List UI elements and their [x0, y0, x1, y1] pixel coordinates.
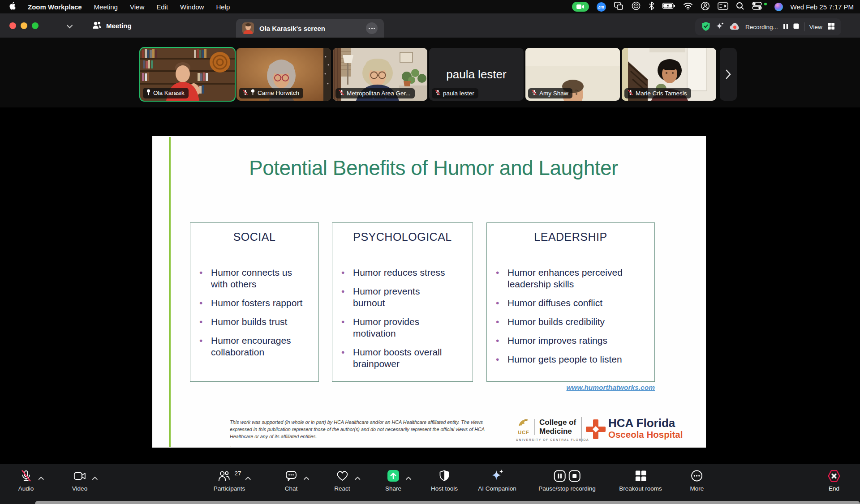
end-label: End — [829, 485, 839, 492]
input-source-icon[interactable] — [718, 2, 728, 12]
column-social: SOCIAL Humor connects us with others Hum… — [190, 222, 319, 382]
window-minimize-button[interactable] — [21, 22, 27, 29]
recording-status-label: Recording... — [745, 24, 778, 30]
more-ellipsis-icon — [690, 469, 704, 483]
tab-more-options-icon[interactable] — [366, 22, 378, 34]
video-tile-carrie-horwitch[interactable]: Carrie Horwitch — [236, 48, 331, 101]
video-tile-paula-lester[interactable]: paula lester paula lester — [429, 48, 524, 101]
title-bar-right-cluster: Recording... View — [695, 18, 841, 35]
sparkle-icon[interactable] — [715, 22, 724, 32]
audio-options-chevron[interactable] — [38, 474, 44, 482]
video-tile-metropolitan[interactable]: Metropolitan Area Ger... — [333, 48, 427, 101]
status-dot — [764, 3, 767, 5]
share-button[interactable]: Share — [385, 468, 401, 492]
video-options-chevron[interactable] — [92, 474, 98, 482]
participants-options-chevron[interactable] — [245, 474, 251, 482]
ucf-university-label: UNIVERSITY OF CENTRAL FLORIDA — [516, 438, 583, 441]
muted-mic-icon — [435, 90, 441, 97]
divider — [581, 417, 582, 442]
pause-stop-recording-button[interactable]: Pause/stop recording — [538, 468, 596, 492]
bullet-item: Humor builds trust — [211, 316, 303, 328]
window-zoom-button[interactable] — [32, 22, 39, 29]
participants-button[interactable]: 27 Participants — [214, 468, 245, 492]
security-shield-icon[interactable] — [701, 21, 710, 33]
menu-help[interactable]: Help — [216, 3, 230, 11]
ai-sparkle-icon — [490, 469, 504, 483]
chat-label: Chat — [285, 485, 298, 492]
nameplate: Ola Karasik — [143, 88, 189, 98]
disclaimer-dot: . — [230, 443, 231, 448]
chat-options-chevron[interactable] — [303, 474, 310, 482]
macos-menu-bar: Zoom Workplace Meeting View Edit Window … — [0, 0, 860, 13]
stop-recording-icon[interactable] — [568, 470, 580, 482]
control-center-icon[interactable] — [752, 1, 762, 12]
participants-strip: Ola Karasik — [0, 38, 860, 107]
zoom-app-icon[interactable]: zm — [597, 2, 606, 12]
column-leadership: LEADERSHIP Humor enhances perceived lead… — [486, 222, 655, 382]
bullet-item: Humor reduces stress — [353, 267, 453, 278]
muted-mic-icon — [531, 90, 537, 97]
react-options-chevron[interactable] — [354, 474, 361, 482]
collapse-chevron-icon[interactable] — [66, 22, 73, 30]
breakout-rooms-button[interactable]: Breakout rooms — [619, 468, 662, 492]
bullet-item: Humor encourages collaboration — [211, 335, 303, 358]
screen-mirroring-icon[interactable] — [614, 1, 624, 12]
column-heading: SOCIAL — [190, 231, 318, 243]
more-button[interactable]: More — [690, 468, 704, 492]
wifi-icon[interactable] — [683, 2, 693, 12]
heart-icon — [335, 469, 349, 483]
avatar — [242, 22, 254, 34]
ai-companion-label: AI Companion — [478, 485, 516, 492]
menu-view[interactable]: View — [130, 3, 144, 11]
cloud-recording-icon — [729, 22, 740, 32]
view-grid-icon[interactable] — [827, 22, 835, 31]
stop-recording-button[interactable] — [793, 23, 799, 30]
share-options-chevron[interactable] — [405, 474, 412, 482]
react-button[interactable]: React — [334, 468, 350, 492]
apple-menu-icon[interactable] — [9, 2, 16, 12]
pause-recording-icon[interactable] — [554, 470, 566, 482]
menu-window[interactable]: Window — [180, 3, 204, 11]
window-close-button[interactable] — [9, 22, 16, 29]
menu-meeting[interactable]: Meeting — [94, 3, 118, 11]
bullet-item: Humor gets people to listen — [507, 354, 642, 365]
spotlight-search-icon[interactable] — [736, 2, 744, 12]
video-tile-marie-cris-tamesis[interactable]: Marie Cris Tamesis — [622, 48, 716, 101]
column-heading: LEADERSHIP — [487, 231, 654, 243]
shield-icon — [438, 469, 451, 483]
shared-screen-area: Potential Benefits of Humor and Laughter… — [0, 107, 860, 464]
next-participants-button[interactable] — [720, 48, 737, 101]
bluetooth-icon[interactable] — [649, 1, 654, 12]
zoom-title-bar: Meeting Ola Karasik's screen Recording..… — [0, 13, 860, 38]
menu-bar-clock[interactable]: Wed Feb 25 7:17 PM — [791, 3, 854, 11]
battery-charging-icon[interactable] — [662, 2, 675, 11]
tab-shared-screen[interactable]: Ola Karasik's screen — [236, 19, 384, 38]
focus-user-icon[interactable] — [701, 1, 710, 13]
column-psychological: PSYCHOLOGICAL Humor reduces stress Humor… — [332, 222, 473, 382]
siri-icon[interactable] — [774, 3, 783, 11]
audio-button[interactable]: Audio — [18, 468, 34, 492]
pause-stop-recording-label: Pause/stop recording — [538, 485, 596, 492]
video-tile-ola-karasik[interactable]: Ola Karasik — [140, 48, 235, 101]
host-tools-button[interactable]: Host tools — [431, 468, 458, 492]
participant-name: Ola Karasik — [153, 90, 185, 96]
end-meeting-button[interactable]: End — [826, 468, 842, 492]
video-camera-icon — [73, 469, 86, 483]
airplay-icon[interactable] — [631, 1, 641, 13]
menu-edit[interactable]: Edit — [156, 3, 168, 11]
menu-app-name[interactable]: Zoom Workplace — [28, 3, 82, 11]
pause-recording-button[interactable] — [783, 23, 788, 31]
camera-active-icon[interactable] — [572, 2, 589, 12]
bullet-list: Humor enhances perceived leadership skil… — [487, 267, 654, 365]
video-button[interactable]: Video — [72, 468, 87, 492]
pin-icon — [250, 89, 255, 97]
tab-meeting-label: Meeting — [106, 22, 132, 30]
tab-meeting[interactable]: Meeting — [92, 19, 132, 32]
video-tile-amy-shaw[interactable]: Amy Shaw — [525, 48, 620, 101]
chat-button[interactable]: Chat — [284, 468, 298, 492]
participants-icon — [217, 469, 231, 483]
divider — [804, 22, 804, 31]
ai-companion-button[interactable]: AI Companion — [478, 468, 516, 492]
end-hexagon-icon — [826, 469, 842, 483]
view-button-label[interactable]: View — [809, 24, 822, 30]
